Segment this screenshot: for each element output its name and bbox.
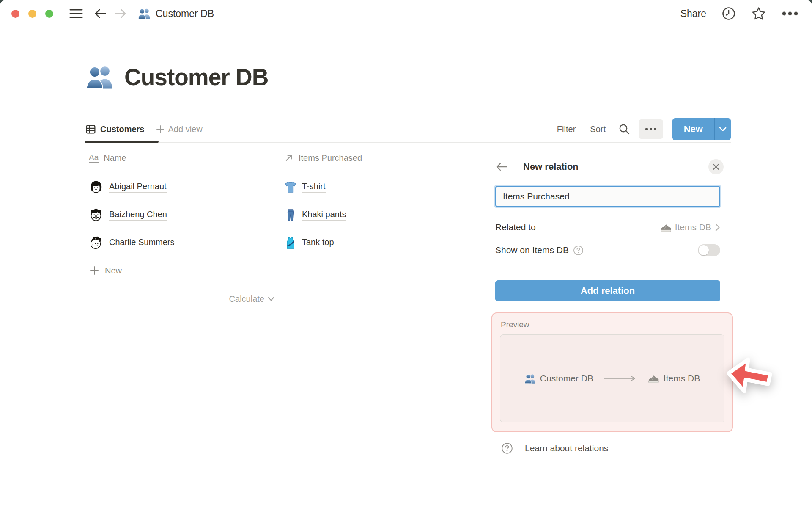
ellipsis-icon (645, 127, 657, 131)
sort-button[interactable]: Sort (590, 124, 606, 134)
column-items-label: Items Purchased (299, 153, 362, 163)
new-record-label: New (672, 118, 714, 140)
table-view-icon (85, 124, 96, 135)
page-title: Customer DB (124, 64, 268, 91)
notion-window: Customer DB Share Customer DB Customers (0, 0, 812, 508)
relation-name-input[interactable] (495, 186, 720, 207)
add-view-button[interactable]: Add view (156, 124, 202, 134)
chevron-down-icon (268, 297, 274, 301)
item-link[interactable]: Khaki pants (302, 210, 346, 221)
new-record-button[interactable]: New (672, 118, 731, 140)
chevron-right-icon (715, 223, 720, 232)
learn-about-relations-link[interactable]: Learn about relations (501, 439, 608, 458)
items-cell[interactable]: Khaki pants (277, 201, 486, 229)
customer-name-link[interactable]: Abigail Pernaut (109, 182, 167, 193)
charlie-avatar (89, 236, 103, 250)
panel-title: New relation (523, 161, 579, 172)
sneaker-icon (660, 222, 672, 233)
search-icon[interactable] (618, 123, 630, 135)
related-to-value: Items DB (660, 222, 720, 233)
new-relation-panel: New relation Related to Items DB Show on… (486, 143, 812, 508)
calculate-label: Calculate (229, 294, 264, 304)
help-question-icon (501, 442, 513, 454)
items-cell[interactable]: Tank top (277, 229, 486, 257)
long-right-arrow-icon (604, 375, 637, 381)
item-link[interactable]: T-shirt (302, 182, 326, 193)
page-header: Customer DB (85, 64, 268, 91)
baizheng-avatar (89, 208, 103, 222)
customer-name-link[interactable]: Baizheng Chen (109, 210, 167, 221)
tanktop-icon (284, 237, 297, 249)
related-to-label: Related to (495, 222, 536, 232)
preview-highlight-box: Preview Customer DB Items DB (491, 312, 733, 432)
active-tab-underline (85, 141, 159, 143)
forward-arrow-icon[interactable] (114, 8, 127, 19)
column-name-label: Name (104, 153, 126, 163)
titlebar: Customer DB Share (0, 0, 812, 27)
add-view-label: Add view (168, 124, 202, 134)
title-property-icon: Aa (89, 153, 99, 163)
table-row: Abigail Pernaut T-shirt (85, 173, 486, 201)
customer-name-link[interactable]: Charlie Summers (109, 237, 174, 248)
related-db-name: Items DB (675, 222, 711, 232)
show-on-label: Show on Items DB (495, 245, 569, 255)
view-toolbar: Customers Add view Filter Sort New (85, 117, 731, 141)
filter-button[interactable]: Filter (557, 124, 576, 134)
help-question-icon[interactable] (573, 245, 584, 256)
new-row-button[interactable]: New (85, 257, 486, 284)
close-window-button[interactable] (11, 10, 19, 18)
people-icon (85, 64, 113, 90)
name-cell[interactable]: Charlie Summers (85, 229, 277, 257)
minimize-window-button[interactable] (28, 10, 36, 18)
annotation-arrow-icon (724, 354, 776, 400)
item-link[interactable]: Tank top (302, 237, 334, 248)
relation-arrow-icon (284, 153, 294, 163)
panel-header: New relation (495, 158, 724, 176)
name-cell[interactable]: Baizheng Chen (85, 201, 277, 229)
close-icon[interactable] (708, 159, 724, 174)
new-record-dropdown[interactable] (715, 118, 731, 140)
name-cell[interactable]: Abigail Pernaut (85, 173, 277, 201)
view-options-button[interactable] (639, 119, 663, 139)
table-row: Baizheng Chen Khaki pants (85, 201, 486, 229)
preview-label: Preview (501, 320, 724, 329)
traffic-lights (11, 10, 53, 18)
column-header-items-purchased[interactable]: Items Purchased (277, 143, 486, 173)
window-title: Customer DB (156, 8, 214, 19)
show-on-toggle[interactable] (698, 244, 720, 256)
table-header-row: Aa Name Items Purchased (85, 143, 486, 173)
column-header-name[interactable]: Aa Name (85, 143, 277, 173)
relation-preview-diagram: Customer DB Items DB (500, 334, 724, 422)
preview-source-label: Customer DB (540, 373, 593, 384)
people-icon (138, 8, 151, 19)
add-relation-button[interactable]: Add relation (495, 280, 720, 301)
tab-customers[interactable]: Customers (85, 124, 147, 135)
abigail-avatar (89, 180, 103, 194)
table-row: Charlie Summers Tank top (85, 229, 486, 257)
favorite-star-icon[interactable] (751, 6, 766, 21)
sneaker-icon (647, 373, 659, 384)
zoom-window-button[interactable] (45, 10, 53, 18)
tshirt-icon (284, 181, 297, 193)
back-arrow-icon[interactable] (94, 8, 107, 19)
chevron-down-icon (719, 127, 727, 132)
customers-table: Aa Name Items Purchased Abigail Pernaut (85, 143, 486, 313)
calculate-button[interactable]: Calculate (85, 284, 277, 313)
updates-clock-icon[interactable] (721, 6, 736, 21)
more-options-icon[interactable] (782, 11, 798, 16)
share-button[interactable]: Share (680, 8, 706, 19)
new-row-label: New (105, 266, 122, 276)
tab-customers-label: Customers (100, 124, 144, 134)
preview-target-entity: Items DB (647, 373, 700, 384)
preview-target-label: Items DB (664, 373, 700, 384)
toggle-knob (699, 245, 709, 255)
learn-label: Learn about relations (525, 443, 608, 453)
sidebar-menu-icon[interactable] (69, 8, 83, 19)
related-to-row[interactable]: Related to Items DB (495, 218, 720, 237)
preview-source-entity: Customer DB (524, 373, 593, 384)
people-icon (524, 373, 536, 384)
plus-icon (156, 125, 165, 133)
items-cell[interactable]: T-shirt (277, 173, 486, 201)
panel-back-icon[interactable] (495, 162, 508, 172)
plus-icon (90, 266, 99, 275)
